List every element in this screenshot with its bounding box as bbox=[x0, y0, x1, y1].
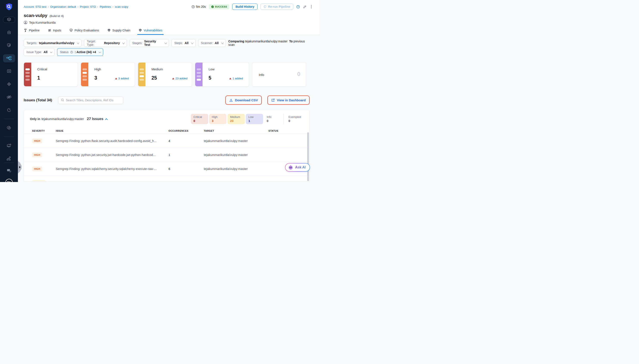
issue-target: tejakummarikuntla/vulpy:master bbox=[204, 153, 269, 156]
severity-card-low[interactable]: Low 5 1 added bbox=[195, 62, 249, 86]
shield-scan-icon bbox=[7, 43, 12, 48]
issue-title: Semgrep Finding: python.sqlalchemy.secur… bbox=[56, 167, 165, 170]
table-row[interactable]: HIGH Semgrep Finding: python.jwt.securit… bbox=[24, 148, 309, 162]
tab-pipeline[interactable]: Pipeline bbox=[24, 28, 40, 35]
sto-shield-logo-icon[interactable] bbox=[5, 2, 14, 12]
issue-title: Avoid using debug=True... bbox=[56, 181, 165, 182]
table-row[interactable]: MEDIUM Avoid using debug=True... 4 tejak… bbox=[24, 176, 309, 181]
issues-panel: Only in tejakummarikuntla/vulpy:master 2… bbox=[24, 110, 310, 181]
triangle-up-icon bbox=[229, 78, 231, 80]
pill-critical: Critical0 bbox=[191, 114, 208, 124]
rerun-pipeline-button[interactable]: Re-run Pipeline bbox=[261, 4, 293, 10]
severity-card-high[interactable]: High 3 3 added bbox=[81, 62, 135, 86]
high-severity-strip-icon bbox=[81, 62, 88, 86]
more-options-button[interactable] bbox=[310, 5, 313, 8]
download-csv-button[interactable]: Download CSV bbox=[225, 96, 262, 105]
severity-card-info[interactable]: Info 0 bbox=[252, 62, 306, 86]
breadcrumb-project[interactable]: Project: STO bbox=[80, 5, 96, 8]
comparing-label: Comparing tejakummarikuntla/vulpy:master… bbox=[228, 40, 310, 46]
filter-scanner[interactable]: Scanner: All bbox=[198, 39, 226, 47]
tab-vulnerabilities[interactable]: Vulnerabilities bbox=[138, 28, 162, 35]
table-row[interactable]: HIGH Semgrep Finding: python.sqlalchemy.… bbox=[24, 162, 309, 176]
view-in-dashboard-button[interactable]: View in Dashboard bbox=[267, 96, 310, 105]
severity-summary-cards: Critical 1 High 3 3 added Medium 25 23 a… bbox=[24, 62, 310, 86]
breadcrumb-pipelines[interactable]: Pipelines bbox=[100, 5, 111, 8]
sidebar-item-pipelines[interactable] bbox=[3, 54, 15, 62]
breadcrumb-current[interactable]: scan-vulpy bbox=[115, 5, 128, 8]
sidebar-item-test-targets[interactable] bbox=[3, 80, 15, 88]
chevron-down-icon bbox=[98, 50, 101, 53]
filter-status[interactable]: Status : Active (34) +4 bbox=[57, 48, 103, 56]
sidebar-item-baselines[interactable] bbox=[3, 93, 15, 101]
gauge-icon bbox=[7, 107, 12, 112]
network-gear-icon bbox=[6, 156, 12, 161]
added-count: 23 added bbox=[172, 77, 187, 80]
triggered-by-user: Teja Kummarikuntla bbox=[29, 21, 56, 24]
filter-target-type[interactable]: Target Type: Repository bbox=[84, 39, 127, 47]
chevron-right-icon: › bbox=[112, 6, 113, 8]
ai-bot-icon bbox=[288, 165, 293, 170]
table-scrollbar[interactable] bbox=[307, 132, 309, 181]
occurrences-count: 6 bbox=[165, 167, 204, 170]
pill-high: High3 bbox=[209, 114, 227, 124]
pill-exempted: Exempted0 bbox=[284, 114, 303, 124]
sidebar-item-executions[interactable] bbox=[3, 67, 15, 75]
shield-check-icon bbox=[69, 28, 73, 32]
severity-card-medium[interactable]: Medium 25 23 added bbox=[138, 62, 192, 86]
sidebar-item-overview[interactable] bbox=[3, 41, 15, 50]
triangle-up-icon bbox=[172, 78, 174, 80]
layers-gear-icon bbox=[6, 143, 12, 148]
issue-target: tejakummarikuntla/vulpy:master bbox=[204, 167, 269, 170]
sidebar-item-help[interactable]: ? bbox=[3, 167, 15, 175]
severity-pill-summary: Critical0 High3 Medium23 Low1 Info0 Exem… bbox=[190, 114, 303, 124]
package-box-icon bbox=[6, 17, 12, 22]
sidebar-item-environments[interactable] bbox=[3, 142, 15, 150]
sidebar-item-infrastructure[interactable] bbox=[3, 154, 15, 163]
build-history-button[interactable]: Build History bbox=[232, 4, 258, 10]
build-duration: 5m 20s bbox=[191, 5, 206, 8]
breadcrumb-organization[interactable]: Organization: default bbox=[50, 5, 76, 8]
left-sidebar: ? TK bbox=[0, 0, 18, 182]
chevron-down-icon bbox=[191, 42, 193, 44]
collapse-group-chevron-icon[interactable] bbox=[105, 118, 108, 121]
severity-badge: HIGH bbox=[32, 138, 42, 143]
filter-steps[interactable]: Steps: All bbox=[171, 39, 196, 47]
help-chat-icon: ? bbox=[6, 168, 12, 174]
info-icon[interactable] bbox=[296, 5, 300, 8]
filter-stages[interactable]: Stages: Security Test bbox=[129, 39, 169, 47]
issue-title: Semgrep Finding: python.flask.security.a… bbox=[56, 139, 165, 143]
chevron-right-icon: › bbox=[97, 6, 98, 8]
module-switcher-button[interactable] bbox=[3, 17, 15, 23]
chevron-down-icon bbox=[164, 42, 167, 44]
severity-card-critical[interactable]: Critical 1 bbox=[24, 62, 78, 86]
sidebar-item-home[interactable] bbox=[3, 28, 15, 36]
table-row[interactable]: HIGH Semgrep Finding: python.flask.secur… bbox=[24, 134, 309, 148]
breadcrumb-account[interactable]: Account: STO test bbox=[24, 5, 46, 8]
eye-off-scan-icon bbox=[6, 94, 12, 100]
download-icon bbox=[229, 98, 233, 102]
user-avatar-icon bbox=[24, 21, 27, 24]
clock-icon bbox=[191, 5, 195, 8]
filter-issue-type[interactable]: Issue Type: All bbox=[24, 48, 55, 56]
ask-ai-button[interactable]: Ask AI bbox=[285, 163, 310, 172]
issues-search[interactable] bbox=[58, 96, 123, 104]
search-input[interactable] bbox=[66, 98, 120, 102]
chevron-down-icon bbox=[77, 42, 79, 44]
tab-supply-chain[interactable]: Supply Chain bbox=[107, 28, 130, 35]
tab-policy-evaluations[interactable]: Policy Evaluations bbox=[69, 28, 99, 35]
edit-pipeline-button[interactable] bbox=[303, 5, 307, 8]
external-link-icon bbox=[271, 98, 275, 102]
page-header: Account: STO test› Organization: default… bbox=[18, 0, 319, 35]
executions-icon bbox=[7, 69, 12, 74]
sidebar-item-settings[interactable] bbox=[3, 124, 15, 132]
status-badge: SUCCESS bbox=[209, 4, 230, 9]
pencil-icon bbox=[303, 5, 307, 8]
user-avatar[interactable]: TK bbox=[6, 179, 13, 182]
issues-count: 27 Issues bbox=[87, 117, 103, 121]
severity-badge: HIGH bbox=[32, 152, 42, 157]
tab-inputs[interactable]: Inputs bbox=[48, 28, 61, 35]
svg-text:?: ? bbox=[8, 169, 9, 171]
pill-low: Low1 bbox=[246, 114, 263, 124]
filter-targets[interactable]: Targets: tejakummarikuntla/vulpy bbox=[24, 39, 81, 47]
sidebar-item-getting-started[interactable] bbox=[3, 106, 15, 114]
